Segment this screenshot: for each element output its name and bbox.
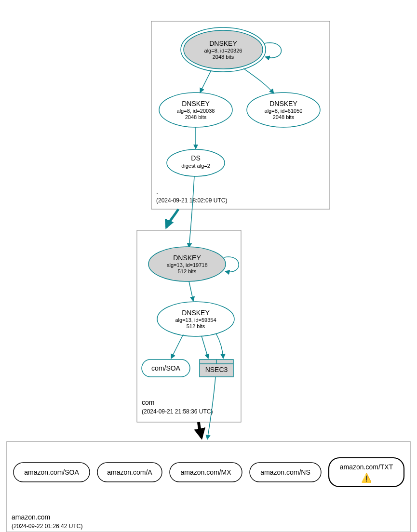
- svg-text:2048 bits: 2048 bits: [213, 54, 234, 60]
- zone-root-label: .: [156, 187, 158, 195]
- svg-text:amazon.com/A: amazon.com/A: [107, 468, 152, 476]
- svg-text:amazon.com/NS: amazon.com/NS: [260, 468, 310, 476]
- edge-com-zsk-nsec3-b: [216, 333, 223, 359]
- node-root-ds: DS digest alg=2: [167, 149, 225, 176]
- svg-text:alg=13, id=19718: alg=13, id=19718: [166, 262, 207, 268]
- node-com-zsk: DNSKEY alg=13, id=59354 512 bits: [157, 302, 234, 336]
- zone-amazon-label: amazon.com: [12, 513, 50, 521]
- svg-text:amazon.com/MX: amazon.com/MX: [180, 468, 231, 476]
- edge-ds-to-com-ksk: [189, 176, 194, 248]
- node-com-nsec3: NSEC3: [200, 359, 233, 377]
- svg-text:512 bits: 512 bits: [187, 323, 205, 329]
- svg-text:NSEC3: NSEC3: [205, 366, 228, 373]
- edge-delegation-root-com: [166, 209, 178, 227]
- edge-com-zsk-nsec3-a: [202, 336, 208, 359]
- svg-text:DNSKEY: DNSKEY: [269, 100, 297, 107]
- svg-text:alg=8, id=61050: alg=8, id=61050: [265, 108, 303, 114]
- zone-amazon: amazon.com (2024-09-22 01:26:42 UTC) ama…: [7, 441, 410, 532]
- edge-root-ksk-zsk1: [200, 70, 211, 93]
- zone-com-label: com: [142, 399, 154, 406]
- node-root-zsk1: DNSKEY alg=8, id=20038 2048 bits: [159, 93, 232, 127]
- zone-root: . (2024-09-21 18:02:09 UTC) DNSKEY alg=8…: [151, 21, 330, 209]
- svg-text:alg=8, id=20326: alg=8, id=20326: [204, 48, 242, 53]
- node-amazon-a: amazon.com/A: [97, 463, 162, 482]
- edge-com-ksk-zsk: [189, 281, 193, 301]
- svg-text:DNSKEY: DNSKEY: [173, 254, 201, 262]
- node-root-ksk: DNSKEY alg=8, id=20326 2048 bits: [181, 27, 266, 72]
- zone-amazon-timestamp: (2024-09-22 01:26:42 UTC): [12, 523, 82, 530]
- zone-root-timestamp: (2024-09-21 18:02:09 UTC): [156, 197, 227, 204]
- zone-com: com (2024-09-21 21:58:36 UTC) DNSKEY alg…: [137, 230, 241, 422]
- node-root-zsk2: DNSKEY alg=8, id=61050 2048 bits: [247, 93, 320, 127]
- edge-root-ksk-self: [264, 43, 282, 58]
- svg-text:alg=13, id=59354: alg=13, id=59354: [175, 317, 216, 323]
- node-com-ksk: DNSKEY alg=13, id=19718 512 bits: [148, 247, 226, 281]
- edge-com-zsk-soa: [171, 334, 183, 359]
- svg-text:DNSKEY: DNSKEY: [182, 309, 210, 317]
- node-amazon-txt: amazon.com/TXT ⚠️: [329, 458, 404, 487]
- node-amazon-mx: amazon.com/MX: [170, 463, 242, 482]
- svg-text:amazon.com/SOA: amazon.com/SOA: [24, 468, 79, 476]
- warning-icon: ⚠️: [361, 473, 372, 483]
- node-amazon-ns: amazon.com/NS: [250, 463, 321, 482]
- svg-text:DNSKEY: DNSKEY: [209, 40, 237, 47]
- svg-text:DNSKEY: DNSKEY: [182, 100, 210, 107]
- svg-text:512 bits: 512 bits: [178, 268, 197, 274]
- zone-com-timestamp: (2024-09-21 21:58:36 UTC): [142, 408, 213, 415]
- dnssec-graph: . (2024-09-21 18:02:09 UTC) DNSKEY alg=8…: [0, 0, 417, 532]
- svg-text:com/SOA: com/SOA: [151, 364, 181, 372]
- svg-text:amazon.com/TXT: amazon.com/TXT: [340, 463, 393, 471]
- node-com-soa: com/SOA: [142, 359, 190, 377]
- node-amazon-soa: amazon.com/SOA: [13, 463, 90, 482]
- edge-delegation-com-amazon: [199, 422, 202, 438]
- svg-text:2048 bits: 2048 bits: [185, 114, 207, 120]
- svg-text:alg=8, id=20038: alg=8, id=20038: [177, 108, 215, 114]
- svg-text:2048 bits: 2048 bits: [273, 114, 295, 120]
- edge-com-ksk-self: [224, 257, 239, 272]
- svg-text:digest alg=2: digest alg=2: [181, 163, 210, 169]
- edge-root-ksk-zsk2: [243, 68, 274, 93]
- svg-text:DS: DS: [191, 154, 200, 162]
